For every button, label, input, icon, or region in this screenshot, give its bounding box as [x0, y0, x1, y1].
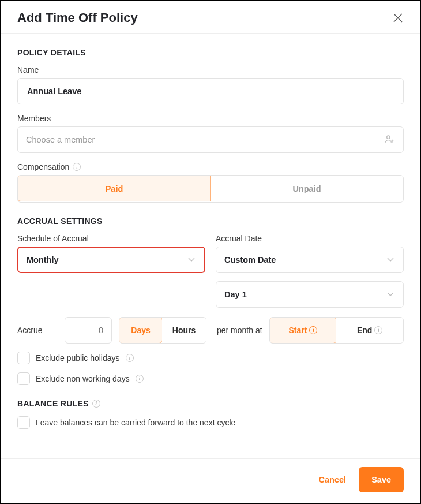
info-icon: i — [309, 326, 317, 334]
policy-details-heading: POLICY DETAILS — [17, 48, 404, 57]
schedule-value: Monthly — [27, 255, 59, 264]
unit-hours[interactable]: Hours — [162, 318, 206, 343]
accrue-label: Accrue — [17, 326, 58, 335]
unit-days[interactable]: Days — [119, 317, 163, 344]
accrual-day-value: Day 1 — [224, 290, 247, 299]
cancel-button[interactable]: Cancel — [315, 475, 350, 485]
schedule-label: Schedule of Accrual — [17, 234, 205, 243]
balance-rules-heading: BALANCE RULES i — [17, 399, 404, 408]
accrual-date-value: Custom Date — [224, 255, 276, 264]
name-label: Name — [17, 65, 404, 74]
chevron-down-icon — [386, 289, 395, 300]
dialog-body: POLICY DETAILS Name Members Choose a mem… — [1, 34, 420, 458]
timing-end[interactable]: End i — [336, 318, 403, 343]
add-person-icon — [384, 133, 395, 147]
per-month-label: per month at — [217, 326, 262, 335]
dialog-footer: Cancel Save — [1, 458, 420, 503]
accrual-date-label: Accrual Date — [216, 234, 404, 243]
accrual-settings-heading: ACCRUAL SETTINGS — [17, 216, 404, 226]
svg-point-2 — [387, 136, 390, 139]
timing-start[interactable]: Start i — [269, 317, 337, 344]
name-input[interactable] — [26, 86, 395, 96]
members-input[interactable]: Choose a member — [17, 126, 404, 153]
compensation-segmented: Paid Unpaid — [17, 175, 404, 203]
accrual-day-select[interactable]: Day 1 — [216, 281, 404, 308]
accrual-top-row: Schedule of Accrual Monthly Accrual Date… — [17, 234, 404, 308]
info-icon: i — [374, 326, 382, 334]
members-label: Members — [17, 114, 404, 123]
accrue-unit-segmented: Days Hours — [119, 317, 206, 344]
close-icon[interactable] — [392, 12, 404, 24]
members-placeholder: Choose a member — [26, 135, 95, 144]
exclude-ph-label: Exclude public holidays — [36, 353, 120, 363]
accrue-timing-segmented: Start i End i — [269, 317, 404, 344]
schedule-select[interactable]: Monthly — [17, 247, 205, 273]
exclude-nwd-label: Exclude non working days — [36, 374, 130, 383]
chevron-down-icon — [386, 255, 395, 266]
accrual-date-select[interactable]: Custom Date — [216, 247, 404, 273]
carry-forward-label: Leave balances can be carried forward to… — [36, 418, 235, 427]
add-time-off-dialog: Add Time Off Policy POLICY DETAILS Name … — [0, 0, 421, 504]
exclude-nwd-checkbox[interactable] — [17, 372, 30, 385]
accrue-row-wrapper: Accrue Days Hours per month at Start i E… — [17, 317, 404, 344]
carry-forward-row: Leave balances can be carried forward to… — [17, 416, 404, 429]
save-button[interactable]: Save — [359, 467, 404, 492]
compensation-label: Compensation i — [17, 162, 404, 171]
compensation-unpaid[interactable]: Unpaid — [210, 176, 403, 202]
exclude-nwd-row: Exclude non working days i — [17, 372, 404, 385]
chevron-down-icon — [187, 255, 196, 266]
accrue-amount-input[interactable] — [65, 317, 112, 344]
exclude-ph-row: Exclude public holidays i — [17, 352, 404, 364]
exclude-ph-checkbox[interactable] — [17, 352, 30, 364]
carry-forward-checkbox[interactable] — [17, 416, 30, 429]
dialog-header: Add Time Off Policy — [1, 1, 420, 34]
compensation-paid[interactable]: Paid — [17, 175, 211, 201]
info-icon[interactable]: i — [126, 354, 134, 362]
name-field-wrapper — [17, 78, 404, 104]
info-icon[interactable]: i — [73, 163, 81, 171]
info-icon[interactable]: i — [136, 375, 144, 383]
dialog-title: Add Time Off Policy — [17, 10, 138, 25]
info-icon[interactable]: i — [92, 400, 100, 408]
